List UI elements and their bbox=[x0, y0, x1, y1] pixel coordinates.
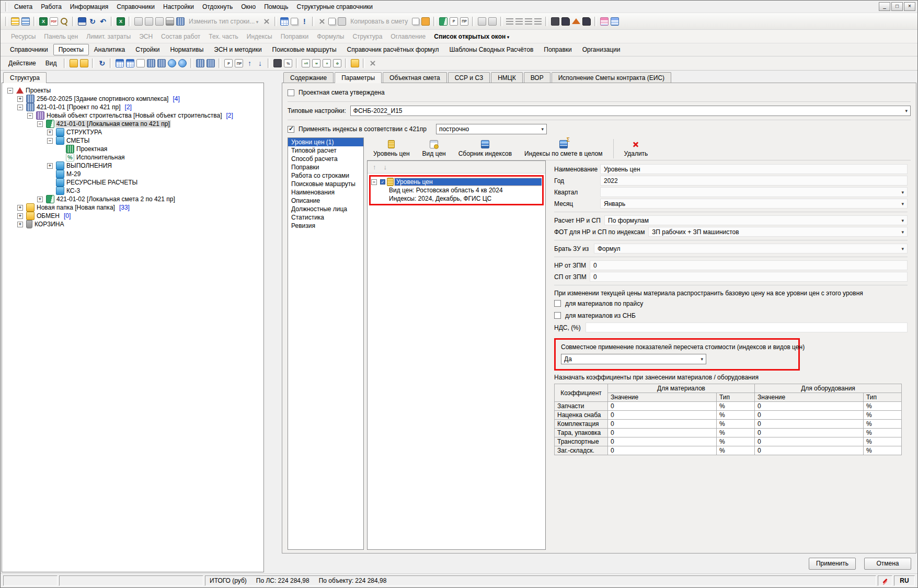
building-fsnb-icon[interactable] bbox=[206, 59, 215, 67]
refresh-icon[interactable]: ↻ bbox=[88, 17, 97, 26]
panel-strip-item[interactable]: Лимит. затраты bbox=[82, 32, 135, 41]
building-ksr-icon[interactable] bbox=[196, 59, 204, 67]
copy-sheet-icon[interactable] bbox=[412, 18, 419, 25]
fot-select[interactable]: ЗП рабочих + ЗП машинистов▾ bbox=[648, 227, 908, 237]
panel-strip-item[interactable]: ЭСН bbox=[135, 32, 157, 41]
coefficient-value-cell[interactable]: % bbox=[864, 411, 902, 420]
chart-m-icon[interactable]: м bbox=[312, 59, 320, 67]
approved-checkbox[interactable] bbox=[288, 89, 294, 96]
tree-item[interactable]: М-29 bbox=[3, 170, 262, 178]
year-field[interactable]: 2022 bbox=[600, 176, 908, 186]
row-type-comment-icon[interactable] bbox=[155, 17, 164, 26]
page-icon[interactable] bbox=[136, 59, 145, 67]
coefficient-value-cell[interactable]: 0 bbox=[755, 402, 864, 411]
apply-indexes-mode-select[interactable]: построчно ▾ bbox=[436, 124, 547, 134]
minimize-icon[interactable]: _ bbox=[879, 2, 890, 11]
clipboard-icon[interactable] bbox=[421, 17, 430, 26]
materials-snb-checkbox[interactable] bbox=[554, 312, 561, 319]
category-item[interactable]: Способ расчета bbox=[288, 155, 363, 163]
outdent-left-icon[interactable] bbox=[525, 18, 532, 25]
joint-apply-select[interactable]: Да ▾ bbox=[561, 354, 706, 364]
level-toolbar-button[interactable]: Индексы по смете в целом bbox=[518, 137, 609, 160]
sort-icon[interactable]: ! bbox=[300, 17, 308, 26]
nav-tab[interactable]: Нормативы bbox=[165, 44, 209, 55]
row-delete-icon[interactable] bbox=[488, 17, 497, 26]
save-icon[interactable] bbox=[78, 17, 86, 26]
tree-expander[interactable]: − bbox=[27, 113, 33, 119]
menu-item[interactable]: Помощь bbox=[260, 2, 292, 12]
price-pr-icon[interactable]: ПР bbox=[460, 17, 468, 26]
tree-item[interactable]: +Новая папка [Новая папка][33] bbox=[3, 203, 262, 212]
tree-expander[interactable]: − bbox=[17, 105, 23, 110]
vat-field[interactable] bbox=[586, 322, 908, 332]
nr-zpm-field[interactable]: 0 bbox=[590, 260, 908, 270]
print-icon[interactable] bbox=[166, 17, 174, 26]
cancel-button[interactable]: Отмена bbox=[864, 558, 911, 570]
tree-expander[interactable]: − bbox=[7, 88, 13, 94]
panel-strip-item[interactable]: Индексы bbox=[243, 32, 277, 41]
change-row-type-label[interactable]: Изменить тип строки... bbox=[186, 18, 261, 25]
category-item[interactable]: Наименования bbox=[288, 188, 363, 197]
nr-sp-calc-select[interactable]: По формулам▾ bbox=[604, 215, 908, 225]
search-icon[interactable] bbox=[60, 17, 68, 26]
layers-blue-icon[interactable] bbox=[611, 17, 619, 26]
close-icon[interactable] bbox=[262, 17, 271, 26]
pdf-icon[interactable]: PDF bbox=[50, 17, 58, 26]
coefficient-value-cell[interactable]: % bbox=[864, 420, 902, 429]
coefficient-value-cell[interactable]: 0 bbox=[608, 437, 717, 446]
coefficient-value-cell[interactable]: % bbox=[717, 446, 755, 455]
move-up-icon[interactable]: ↑ bbox=[373, 163, 376, 171]
content-tab[interactable]: ВОР bbox=[524, 72, 550, 83]
down-icon[interactable]: ↓ bbox=[256, 59, 264, 67]
indent-left-icon[interactable] bbox=[515, 18, 523, 25]
price-pr-icon[interactable]: ПР bbox=[235, 59, 243, 67]
level-toolbar-button[interactable]: Сборник индексов bbox=[452, 137, 518, 160]
tree-item[interactable]: %Исполнительная bbox=[3, 153, 262, 162]
menu-item[interactable]: Настройки bbox=[159, 2, 198, 12]
table-blue-icon[interactable] bbox=[116, 59, 124, 67]
category-item[interactable]: Статистика bbox=[288, 213, 363, 222]
resources-icon[interactable] bbox=[273, 59, 282, 67]
insert-sheet-icon[interactable] bbox=[291, 18, 298, 25]
level-toolbar-button[interactable]: Удалить bbox=[618, 137, 655, 160]
content-tab[interactable]: НМЦК bbox=[491, 72, 523, 83]
panel-strip-item[interactable]: Структура bbox=[348, 32, 386, 41]
chart-f-icon[interactable]: ф bbox=[333, 59, 341, 67]
coefficient-value-cell[interactable]: % bbox=[717, 437, 755, 446]
menu-item[interactable]: Информация bbox=[66, 2, 112, 12]
tree-item[interactable]: Проектная bbox=[3, 145, 262, 153]
action-menu[interactable]: Действие bbox=[4, 58, 41, 68]
tree-item[interactable]: +ОБМЕН[0] bbox=[3, 212, 262, 220]
row-edit-icon[interactable] bbox=[478, 17, 486, 26]
chart-p-icon[interactable]: п bbox=[323, 59, 331, 67]
menu-item[interactable]: Работа bbox=[37, 2, 66, 12]
content-tab[interactable]: Содержание bbox=[283, 72, 334, 83]
tree-item[interactable]: +ВЫПОЛНЕНИЯ bbox=[3, 162, 262, 170]
category-item[interactable]: Поправки bbox=[288, 163, 363, 171]
panel-strip-item[interactable]: Состав работ bbox=[157, 32, 204, 41]
refresh-icon[interactable]: ↻ bbox=[98, 59, 106, 67]
tree-item[interactable]: −Новый объект строительства [Новый объек… bbox=[3, 111, 262, 120]
typical-settings-select[interactable]: ФСНБ-2022_И15 ▾ bbox=[350, 106, 911, 116]
paste-icon[interactable] bbox=[338, 17, 346, 26]
structure-paste-icon[interactable] bbox=[21, 17, 30, 26]
panel-strip-item[interactable]: Поправки bbox=[277, 32, 313, 41]
coefficient-value-cell[interactable]: % bbox=[864, 437, 902, 446]
panel-strip-item[interactable]: Оглавление bbox=[386, 32, 430, 41]
price-p-icon[interactable]: P bbox=[450, 17, 458, 26]
truck-icon[interactable] bbox=[561, 17, 570, 26]
folder-plus-icon[interactable] bbox=[70, 59, 78, 67]
tree-expander[interactable]: − bbox=[47, 138, 53, 144]
category-item[interactable]: Поисковые маршруты bbox=[288, 180, 363, 188]
panel-strip-item[interactable]: Панель цен bbox=[40, 32, 82, 41]
row-type-icon[interactable] bbox=[134, 17, 143, 26]
materials-price-checkbox[interactable] bbox=[554, 300, 561, 307]
menu-item[interactable]: Отдохнуть bbox=[198, 2, 237, 12]
keyboard-layout-indicator[interactable]: RU bbox=[900, 577, 909, 584]
nav-tab[interactable]: Стройки bbox=[130, 44, 165, 55]
coefficient-value-cell[interactable]: % bbox=[717, 429, 755, 437]
outdent-right-icon[interactable] bbox=[534, 18, 542, 25]
panel-strip-item[interactable]: Тех. часть bbox=[204, 32, 242, 41]
content-tab[interactable]: Параметры bbox=[335, 72, 382, 83]
coefficient-value-cell[interactable]: 0 bbox=[608, 429, 717, 437]
